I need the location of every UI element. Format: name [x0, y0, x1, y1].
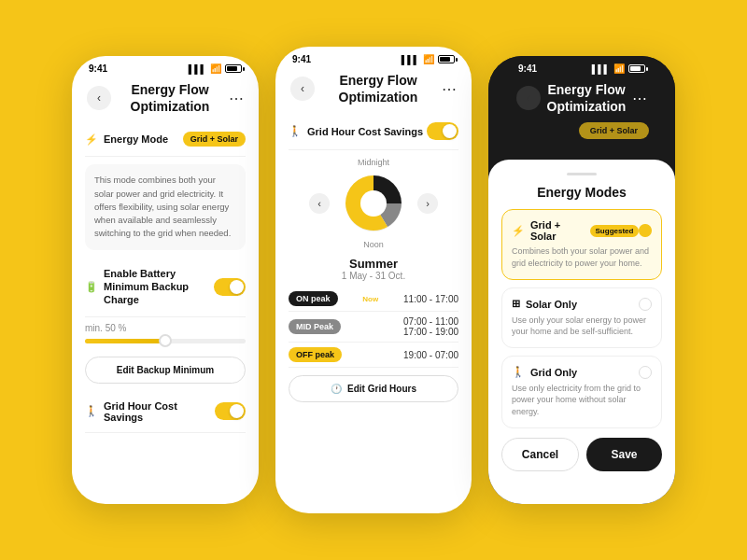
mode-name-2: ⊞ Solar Only — [512, 298, 577, 310]
grid-toggle-center[interactable] — [427, 122, 458, 140]
battery-min-icon: 🔋 — [85, 281, 98, 293]
mode-name-1: ⚡ Grid + Solar Suggested — [512, 219, 639, 242]
battery-row: 🔋 Enable Battery Minimum Backup Charge — [85, 258, 246, 317]
battery-min-label: min. 50 % — [85, 323, 246, 333]
clock-bottom-label: Noon — [363, 240, 384, 249]
bolt-icon: ⚡ — [85, 133, 98, 146]
right-phone: 9:41 ▌▌▌ 📶 ‹ Energy Flow Optimization ⋯ — [488, 56, 675, 504]
energy-mode-row: ⚡ Energy Mode Grid + Solar — [85, 122, 246, 157]
energy-mode-label: ⚡ Energy Mode — [85, 133, 168, 146]
mode-radio-1[interactable] — [639, 224, 652, 237]
mode-row-3: 🚶 Grid Only — [512, 366, 652, 379]
page-title-center: Energy Flow Optimization — [315, 72, 442, 105]
grid-savings-row-center: 🚶 Grid Hour Cost Savings — [289, 113, 458, 150]
battery-icon-right — [628, 64, 645, 73]
phone-header-right: ‹ Energy Flow Optimization ⋯ — [501, 77, 662, 122]
battery-label: 🔋 Enable Battery Minimum Backup Charge — [85, 267, 206, 307]
time-right: 9:41 — [518, 63, 537, 74]
signal-icon-center: ▌▌▌ — [402, 55, 419, 64]
save-button[interactable]: Save — [586, 438, 662, 471]
edit-backup-button[interactable]: Edit Backup Minimum — [85, 357, 246, 384]
mode-icon-2: ⊞ — [512, 298, 520, 310]
grid-icon: 🚶 — [85, 405, 98, 417]
mid-peak-time: 07:00 - 11:0017:00 - 19:00 — [403, 316, 458, 337]
mode-icon-3: 🚶 — [512, 366, 525, 378]
on-peak-time: 11:00 - 17:00 — [403, 294, 458, 304]
season-title: Summer — [289, 257, 458, 271]
on-peak-row: ON peak Now 11:00 - 17:00 — [289, 287, 458, 312]
left-content: ⚡ Energy Mode Grid + Solar This mode com… — [72, 122, 259, 432]
on-peak-tag: ON peak — [289, 291, 338, 306]
backup-slider-section: min. 50 % — [85, 317, 246, 349]
left-phone: 9:41 ▌▌▌ 📶 ‹ Energy Flow Optimization ⋯ … — [72, 56, 259, 504]
time-left: 9:41 — [89, 63, 107, 74]
mode-option-solar-only[interactable]: ⊞ Solar Only Use only your solar energy … — [501, 287, 662, 348]
clock-icon: 🕐 — [331, 384, 342, 394]
edit-grid-button[interactable]: 🕐 Edit Grid Hours — [289, 375, 458, 402]
back-button-center[interactable]: ‹ — [290, 77, 315, 101]
status-icons-center: ▌▌▌ 📶 — [402, 54, 455, 64]
mode-option-grid-solar[interactable]: ⚡ Grid + Solar Suggested Combines both y… — [501, 209, 662, 279]
cancel-button[interactable]: Cancel — [501, 438, 579, 471]
mode-row-1: ⚡ Grid + Solar Suggested — [512, 219, 652, 242]
energy-modes-modal: Energy Modes ⚡ Grid + Solar Suggested Co… — [488, 160, 675, 504]
grid-icon-center: 🚶 — [289, 125, 302, 137]
suggested-badge: Suggested — [590, 225, 640, 237]
center-phone: 9:41 ▌▌▌ 📶 ‹ Energy Flow Optimization ⋯ … — [275, 47, 472, 513]
back-button-right[interactable]: ‹ — [516, 86, 541, 110]
grid-label-left: 🚶 Grid Hour Cost Savings — [85, 400, 215, 423]
mid-peak-row: MID Peak 07:00 - 11:0017:00 - 19:00 — [289, 312, 458, 343]
mode-option-grid-only[interactable]: 🚶 Grid Only Use only electricity from th… — [501, 356, 662, 428]
mode-radio-2[interactable] — [639, 298, 652, 311]
status-icons-left: ▌▌▌ 📶 — [189, 63, 242, 74]
time-center: 9:41 — [292, 54, 311, 64]
status-bar-center: 9:41 ▌▌▌ 📶 — [275, 47, 472, 68]
season-info: Summer 1 May - 31 Oct. — [289, 257, 458, 281]
clock-top-label: Midnight — [358, 158, 389, 167]
backup-slider-track[interactable] — [85, 339, 246, 343]
mode-icon-1: ⚡ — [512, 225, 525, 237]
clock-prev-button[interactable]: ‹ — [309, 193, 330, 214]
pie-chart — [341, 171, 406, 236]
modal-actions: Cancel Save — [501, 438, 662, 471]
signal-icon-right: ▌▌▌ — [592, 64, 610, 74]
season-date: 1 May - 31 Oct. — [289, 271, 458, 281]
battery-icon-left — [225, 64, 242, 73]
status-bar-right: 9:41 ▌▌▌ 📶 — [501, 56, 662, 77]
battery-toggle[interactable] — [214, 278, 246, 296]
page-title-left: Energy Flow Optimization — [111, 81, 229, 115]
clock-visualization: Midnight ‹ — [289, 158, 458, 249]
mode-desc-1: Combines both your solar power and grid … — [512, 245, 652, 269]
signal-icon: ▌▌▌ — [189, 64, 206, 74]
svg-point-1 — [360, 190, 387, 217]
phone-header-center: ‹ Energy Flow Optimization ⋯ — [275, 68, 472, 113]
clock-next-button[interactable]: › — [417, 193, 438, 214]
phone-header-left: ‹ Energy Flow Optimization ⋯ — [72, 77, 259, 122]
mode-row-2: ⊞ Solar Only — [512, 298, 652, 311]
wifi-icon-center: 📶 — [423, 54, 434, 64]
right-phone-inner: 9:41 ▌▌▌ 📶 ‹ Energy Flow Optimization ⋯ — [488, 56, 675, 504]
peak-now-label: Now — [362, 295, 378, 303]
mode-name-3: 🚶 Grid Only — [512, 366, 577, 378]
grid-savings-row-left: 🚶 Grid Hour Cost Savings — [85, 391, 246, 433]
center-content: 🚶 Grid Hour Cost Savings Midnight ‹ — [275, 113, 472, 402]
more-menu-left[interactable]: ⋯ — [229, 90, 244, 107]
modal-title: Energy Modes — [501, 185, 662, 200]
energy-description: This mode combines both your solar power… — [85, 164, 246, 249]
grid-label-center: 🚶 Grid Hour Cost Savings — [289, 125, 423, 137]
back-button-left[interactable]: ‹ — [87, 86, 111, 110]
mode-desc-2: Use only your solar energy to power your… — [512, 315, 652, 338]
slider-thumb[interactable] — [159, 334, 172, 347]
wifi-icon: 📶 — [210, 63, 221, 74]
more-menu-center[interactable]: ⋯ — [442, 80, 457, 98]
mode-radio-3[interactable] — [639, 366, 652, 379]
phones-container: 9:41 ▌▌▌ 📶 ‹ Energy Flow Optimization ⋯ … — [53, 28, 694, 532]
more-menu-right[interactable]: ⋯ — [632, 90, 647, 107]
status-icons-right: ▌▌▌ 📶 — [592, 63, 645, 74]
energy-mode-badge[interactable]: Grid + Solar — [183, 132, 246, 147]
off-peak-tag: OFF peak — [289, 347, 342, 362]
battery-icon-center — [438, 55, 455, 63]
grid-toggle-left[interactable] — [215, 402, 246, 420]
mode-desc-3: Use only electricity from the grid to po… — [512, 383, 652, 418]
wifi-icon-right: 📶 — [613, 63, 625, 74]
